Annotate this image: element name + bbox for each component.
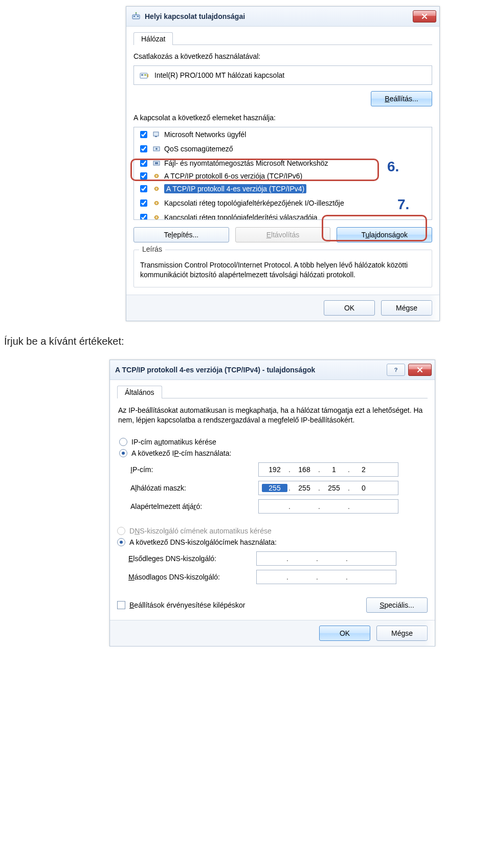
protocol-icon (152, 198, 161, 208)
svg-text:?: ? (394, 367, 398, 373)
gateway-label: Alapértelmezett átjáró: (130, 502, 258, 510)
checkbox[interactable] (140, 214, 147, 220)
checkbox[interactable] (140, 172, 147, 180)
connection-properties-dialog: Helyi kapcsolat tulajdonságai Hálózat Cs… (126, 6, 440, 321)
radio-icon[interactable] (119, 449, 127, 457)
adapter-card-icon (139, 70, 149, 80)
list-item[interactable]: Kapcsolati réteg topológiafeltérképezőjé… (134, 196, 432, 210)
checkbox[interactable] (140, 199, 147, 207)
list-item[interactable]: Kapcsolati réteg topológiafelderítési vá… (134, 210, 432, 220)
checkbox[interactable] (140, 160, 147, 167)
uninstall-button: Eltávolítás (235, 227, 331, 242)
list-item-label: Fájl- és nyomtatómegosztás Microsoft Net… (164, 159, 328, 167)
ok-button[interactable]: OK (324, 300, 375, 316)
callout-number-6: 6. (387, 159, 399, 175)
dialog-button-bar: OK Mégse (110, 620, 435, 646)
radio-icon[interactable] (119, 438, 127, 446)
cancel-button[interactable]: Mégse (376, 626, 428, 641)
install-button[interactable]: Telepítés... (133, 227, 229, 242)
tabs: Hálózat (133, 32, 432, 45)
instruction-text: Írjuk be a kívánt értékeket: (4, 336, 491, 347)
fileprint-icon (152, 159, 161, 168)
svg-rect-13 (155, 162, 158, 164)
svg-rect-2 (137, 16, 139, 17)
radio-manual-dns[interactable]: A következő DNS-kiszolgálócímek használa… (117, 538, 428, 546)
primary-dns-label: Elsődleges DNS-kiszolgáló: (128, 554, 256, 563)
adapter-display: Intel(R) PRO/1000 MT hálózati kapcsolat (133, 65, 432, 85)
ip-group: IP-cím automatikus kérése A következő IP… (117, 431, 428, 518)
list-item-tcpipv4[interactable]: A TCP/IP protokoll 4-es verziója (TCP/IP… (134, 182, 432, 196)
svg-rect-5 (141, 74, 143, 76)
ok-button[interactable]: OK (319, 626, 370, 641)
description-text: Transmission Control Protocol/Internet P… (140, 260, 426, 280)
tab-network[interactable]: Hálózat (133, 32, 173, 45)
checkbox[interactable] (140, 131, 147, 138)
titlebar[interactable]: A TCP/IP protokoll 4-es verziója (TCP/IP… (110, 360, 435, 380)
dialog-title: Helyi kapcsolat tulajdonságai (145, 12, 245, 20)
svg-point-3 (136, 12, 137, 13)
ip-address-label: IP-cím: (130, 465, 258, 474)
uses-items-label: A kapcsolat a következő elemeket használ… (133, 114, 432, 122)
secondary-dns-label: Másodlagos DNS-kiszolgáló: (128, 573, 256, 581)
protocol-icon (152, 171, 161, 181)
svg-rect-6 (144, 74, 146, 76)
tabs: Általános (117, 385, 428, 398)
client-icon (152, 130, 161, 139)
svg-rect-9 (155, 136, 157, 137)
checkbox[interactable] (140, 185, 147, 192)
close-button[interactable] (413, 10, 436, 23)
description-legend: Leírás (139, 245, 165, 253)
dialog-title: A TCP/IP protokoll 4-es verziója (TCP/IP… (115, 366, 315, 374)
list-item[interactable]: Microsoft Networks ügyfél (134, 127, 432, 142)
list-item-label: Kapcsolati réteg topológiafeltérképezőjé… (164, 199, 344, 207)
qos-icon (152, 144, 161, 153)
validate-on-exit-checkbox[interactable]: Beállítások érvényesítése kilépéskor (117, 601, 245, 609)
tab-general[interactable]: Általános (117, 386, 162, 398)
ip-address-input[interactable]: 192. 168. 1. 2 (258, 462, 398, 477)
description-group: Leírás Transmission Control Protocol/Int… (133, 250, 432, 287)
list-item[interactable]: QoS csomagütemező (134, 142, 432, 156)
radio-icon (117, 527, 125, 535)
checkbox[interactable] (140, 145, 147, 152)
checkbox-icon[interactable] (117, 601, 125, 609)
dialog-button-bar: OK Mégse (126, 295, 439, 321)
ipv4-properties-dialog: A TCP/IP protokoll 4-es verziója (TCP/IP… (109, 360, 435, 647)
primary-dns-input[interactable]: . . . (256, 551, 396, 566)
list-item-label: Microsoft Networks ügyfél (164, 130, 246, 139)
radio-auto-ip[interactable]: IP-cím automatikus kérése (119, 438, 426, 446)
radio-manual-dns-label: A következő DNS-kiszolgálócímek használa… (129, 538, 277, 546)
titlebar[interactable]: Helyi kapcsolat tulajdonságai (126, 7, 439, 27)
radio-manual-ip[interactable]: A következő IP-cím használata: (119, 449, 426, 457)
list-item-label: A TCP/IP protokoll 4-es verziója (TCP/IP… (164, 184, 306, 193)
secondary-dns-input[interactable]: . . . (256, 570, 396, 584)
adapter-name: Intel(R) PRO/1000 MT hálózati kapcsolat (154, 71, 284, 79)
svg-rect-1 (133, 16, 135, 17)
advanced-button[interactable]: Speciális... (366, 597, 428, 613)
subnet-mask-input[interactable]: 255. 255. 255. 0 (258, 481, 398, 495)
properties-button[interactable]: Tulajdonságok (337, 227, 432, 242)
svg-rect-7 (147, 74, 148, 77)
connect-using-label: Csatlakozás a következő használatával: (133, 52, 432, 60)
configure-button[interactable]: Beállítás... (371, 91, 432, 106)
subnet-mask-label: Alhálózati maszk: (130, 484, 258, 492)
protocol-icon (152, 213, 161, 220)
radio-icon[interactable] (117, 538, 125, 546)
cancel-button[interactable]: Mégse (381, 300, 432, 316)
callout-number-7: 7. (397, 196, 409, 213)
radio-auto-dns: DNS-kiszolgáló címének automatikus kérés… (117, 527, 428, 535)
close-button[interactable] (408, 364, 432, 376)
list-item-label: Kapcsolati réteg topológiafelderítési vá… (164, 213, 318, 220)
list-item-label: A TCP/IP protokoll 6-os verziója (TCP/IP… (164, 172, 302, 180)
help-button[interactable]: ? (387, 364, 405, 376)
network-adapter-icon (131, 12, 141, 21)
svg-point-11 (155, 148, 158, 150)
list-item-label: QoS csomagütemező (164, 145, 233, 153)
gateway-input[interactable]: . . . (258, 499, 398, 514)
svg-rect-8 (153, 132, 159, 136)
protocol-icon (152, 184, 161, 193)
dns-group: DNS-kiszolgáló címének automatikus kérés… (117, 527, 428, 586)
intro-text: Az IP-beállításokat automatikusan is meg… (118, 406, 427, 426)
